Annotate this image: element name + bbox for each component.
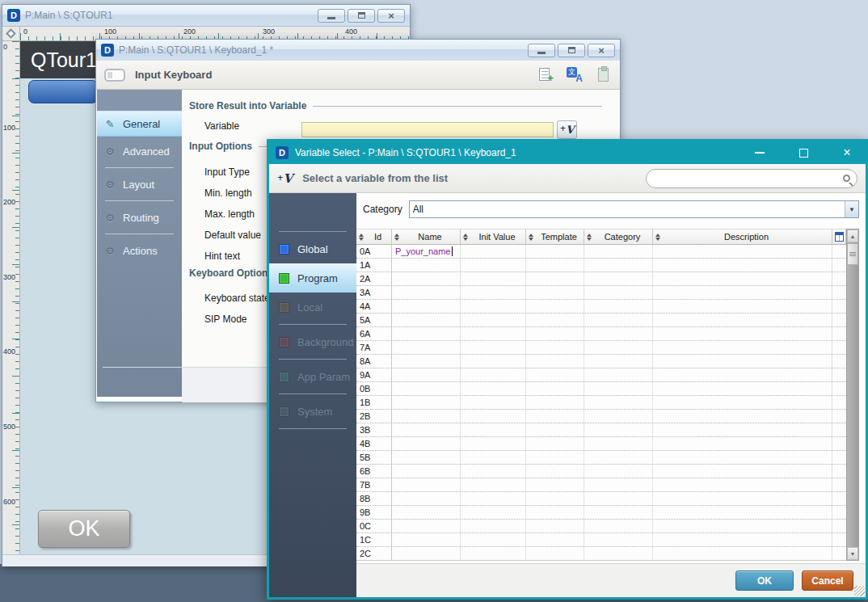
variable-icon: V (560, 124, 575, 136)
scroll-down-button[interactable]: ▼ (847, 547, 858, 560)
table-row[interactable]: 8B (356, 492, 846, 506)
search-icon (843, 175, 850, 182)
column-header-init-value[interactable]: Init Value (461, 229, 526, 245)
table-row[interactable]: 9A (356, 368, 846, 382)
table-row[interactable]: 3B (356, 423, 846, 437)
table-row[interactable]: 2A (356, 272, 846, 286)
cell-category (584, 286, 653, 299)
tab-general[interactable]: ✎General (97, 111, 182, 137)
sidebar-item-program[interactable]: Program (269, 263, 356, 293)
cell-filler (832, 465, 846, 478)
cell-id: 7A (356, 341, 392, 354)
variable-field-label: Variable (204, 120, 239, 132)
restore-button[interactable] (558, 44, 585, 57)
minimize-button[interactable] (748, 144, 772, 162)
scrollbar-thumb[interactable] (847, 243, 858, 265)
ruler-label: 400 (345, 27, 357, 36)
cell-filler (832, 382, 846, 395)
sidebar-item-app-param[interactable]: App Param (269, 362, 356, 391)
category-dropdown[interactable]: All ▼ (409, 200, 859, 218)
column-options-button[interactable] (832, 229, 846, 245)
sidebar-separator (279, 359, 347, 360)
table-row[interactable]: 2B (356, 410, 846, 423)
text-cursor (452, 246, 453, 256)
close-icon: × (388, 11, 394, 21)
column-header-category[interactable]: Category (584, 229, 653, 245)
table-row[interactable]: 1B (356, 396, 846, 410)
designer-titlebar[interactable]: D P:Main \ S:QTOUR1 × (2, 5, 410, 27)
copy-page-button[interactable]: + (537, 67, 554, 83)
table-row[interactable]: 4B (356, 437, 846, 451)
cell-category (584, 506, 653, 519)
table-row[interactable]: 7A (356, 341, 846, 355)
sidebar-item-local[interactable]: Local (269, 293, 356, 322)
table-row[interactable]: 3A (356, 286, 846, 300)
vertical-scrollbar[interactable]: ▲ ▼ (846, 229, 859, 561)
restore-button[interactable] (348, 9, 375, 23)
table-row[interactable]: 5A (356, 314, 846, 327)
tab-actions[interactable]: ⚙Actions (97, 238, 182, 263)
close-button[interactable]: × (377, 9, 405, 23)
search-box[interactable] (646, 169, 857, 188)
table-row[interactable]: 7B (356, 478, 846, 492)
canvas-ok-button[interactable]: OK (38, 510, 130, 548)
close-button[interactable]: × (588, 44, 615, 57)
scope-color-icon (279, 273, 289, 284)
clipboard-icon (598, 68, 609, 82)
table-row[interactable]: 0AP_your_name (356, 245, 846, 259)
cell-category (584, 327, 653, 340)
variable-select-titlebar[interactable]: D Variable Select - P:Main \ S:QTOUR1 \ … (269, 141, 866, 164)
keyboard-titlebar[interactable]: D P:Main \ S:QTOUR1 \ Keyboard_1 * × (96, 40, 620, 61)
table-row[interactable]: 1C (356, 533, 846, 547)
search-input[interactable] (653, 173, 843, 184)
sidebar-separator (279, 324, 347, 325)
column-header-id[interactable]: Id (356, 229, 392, 245)
scope-color-icon (279, 337, 289, 347)
cell-init-value (461, 314, 526, 326)
canvas-blue-widget[interactable] (28, 80, 98, 103)
table-row[interactable]: 6A (356, 327, 846, 341)
cancel-button[interactable]: Cancel (802, 570, 853, 591)
ok-button[interactable]: OK (735, 570, 794, 591)
table-row[interactable]: 9B (356, 506, 846, 520)
variable-select-button[interactable]: V (557, 120, 577, 139)
tab-advanced[interactable]: ⚙Advanced (97, 138, 182, 164)
table-row[interactable]: 0C (356, 520, 846, 533)
table-row[interactable]: 4A (356, 300, 846, 314)
close-button[interactable]: × (835, 144, 859, 162)
column-header-description[interactable]: Description (653, 229, 832, 245)
table-row[interactable]: 1A (356, 259, 846, 272)
sidebar-item-background[interactable]: Background (269, 327, 356, 356)
table-row[interactable]: 0B (356, 382, 846, 396)
scroll-up-button[interactable]: ▲ (847, 229, 858, 242)
tab-layout[interactable]: ⚙Layout (97, 171, 182, 197)
cell-id: 9A (356, 368, 392, 381)
cell-id: 8B (356, 492, 392, 505)
ruler-origin (2, 27, 20, 41)
minimize-button[interactable] (318, 9, 345, 23)
resize-grip[interactable] (854, 586, 865, 596)
cell-category (584, 547, 653, 560)
column-header-template[interactable]: Template (526, 229, 584, 245)
maximize-button[interactable] (791, 144, 815, 162)
cell-description (653, 520, 832, 533)
table-row[interactable]: 6B (356, 465, 846, 478)
minimize-button[interactable] (528, 44, 555, 57)
sidebar-item-global[interactable]: Global (269, 234, 356, 263)
variable-input[interactable] (301, 122, 554, 137)
sort-down-arrow (587, 238, 592, 241)
translate-button[interactable]: A文 (567, 67, 583, 83)
group-store-result: Store Result into Variable (189, 100, 602, 112)
table-row[interactable]: 5B (356, 451, 846, 465)
sort-up-arrow (587, 234, 592, 237)
table-row[interactable]: 8A (356, 355, 846, 368)
paste-button[interactable] (596, 67, 612, 83)
keyboard-window-title: P:Main \ S:QTOUR1 \ Keyboard_1 * (119, 44, 523, 56)
tab-separator (105, 167, 174, 168)
dropdown-arrow-button[interactable]: ▼ (845, 201, 858, 217)
tab-routing[interactable]: ⚙Routing (97, 204, 182, 230)
sidebar-item-system[interactable]: System (269, 397, 356, 426)
table-row[interactable]: 2C (356, 547, 846, 561)
column-header-name[interactable]: Name (392, 229, 461, 245)
screen-title-widget[interactable]: QTour1 (20, 41, 107, 78)
